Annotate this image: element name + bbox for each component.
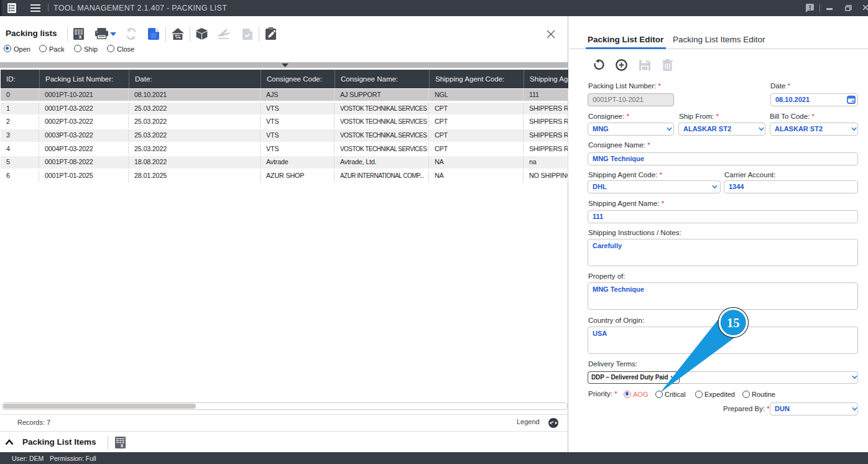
svg-text:x: x (121, 442, 124, 448)
svg-text:x: x (79, 34, 82, 40)
